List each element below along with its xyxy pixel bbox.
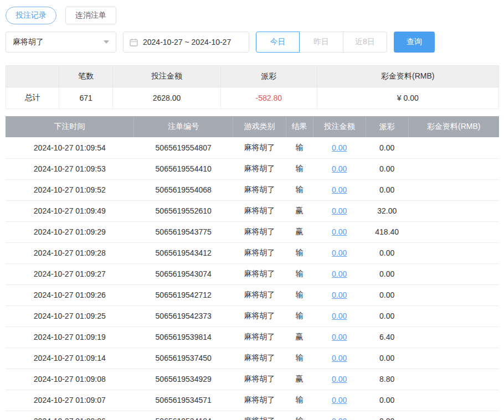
order-id-cell: 5065619543412 <box>134 242 233 263</box>
payout-cell: 0.00 <box>366 411 408 420</box>
bet-amount-cell: 0.00 <box>313 137 366 158</box>
summary-count: 671 <box>59 87 113 109</box>
game-type-cell: 麻将胡了 <box>233 348 286 369</box>
page: 投注记录 连消注单 麻将胡了 2024-10-27 ~ 2024-10-27 今… <box>0 0 504 420</box>
table-row: 2024-10-27 01:09:52 5065619554068 麻将胡了 输… <box>6 179 499 200</box>
result-cell: 赢 <box>286 369 313 390</box>
header-order-id: 注单编号 <box>134 116 233 137</box>
bet-amount-link[interactable]: 0.00 <box>332 291 347 299</box>
game-type-cell: 麻将胡了 <box>233 305 286 326</box>
payout-cell: 418.40 <box>366 221 408 242</box>
bet-amount-link[interactable]: 0.00 <box>332 417 347 420</box>
bet-records-table: 下注时间 注单编号 游戏类别 结果 投注金额 派彩 彩金资料(RMB) 2024… <box>6 116 499 420</box>
bet-amount-link[interactable]: 0.00 <box>332 333 347 341</box>
top-tabs: 投注记录 连消注单 <box>6 7 499 24</box>
jackpot-cell <box>408 348 499 369</box>
order-id-cell: 5065619539814 <box>134 326 233 348</box>
table-row: 2024-10-27 01:09:28 5065619543412 麻将胡了 输… <box>6 242 499 263</box>
bet-amount-link[interactable]: 0.00 <box>332 312 347 320</box>
order-id-cell: 5065619554807 <box>134 137 233 158</box>
game-type-cell: 麻将胡了 <box>233 158 286 179</box>
bet-time-cell: 2024-10-27 01:09:52 <box>6 179 134 200</box>
payout-cell: 32.00 <box>366 200 408 221</box>
table-row: 2024-10-27 01:09:19 5065619539814 麻将胡了 赢… <box>6 326 499 348</box>
bet-amount-link[interactable]: 0.00 <box>332 143 347 152</box>
bet-amount-link[interactable]: 0.00 <box>332 185 347 194</box>
bet-amount-cell: 0.00 <box>313 284 366 305</box>
order-id-cell: 5065619542373 <box>134 305 233 326</box>
result-cell: 输 <box>286 137 313 158</box>
bet-time-cell: 2024-10-27 01:09:19 <box>6 326 134 348</box>
jackpot-cell <box>408 369 499 390</box>
jackpot-cell <box>408 158 499 179</box>
bet-time-cell: 2024-10-27 01:09:26 <box>6 284 134 305</box>
bet-amount-cell: 0.00 <box>313 242 366 263</box>
payout-cell: 0.00 <box>366 263 408 284</box>
table-row: 2024-10-27 01:09:27 5065619543074 麻将胡了 输… <box>6 263 499 284</box>
quick-filter-last-8-days[interactable]: 近8日 <box>343 32 387 53</box>
bet-time-cell: 2024-10-27 01:09:54 <box>6 137 134 158</box>
jackpot-cell <box>408 137 499 158</box>
header-payout: 派彩 <box>366 116 408 137</box>
bet-amount-link[interactable]: 0.00 <box>332 375 347 383</box>
bet-amount-link[interactable]: 0.00 <box>332 248 347 257</box>
filter-bar: 麻将胡了 2024-10-27 ~ 2024-10-27 今日 昨日 近8日 查… <box>6 32 499 53</box>
jackpot-cell <box>408 200 499 221</box>
payout-cell: 0.00 <box>366 305 408 326</box>
result-cell: 输 <box>286 242 313 263</box>
summary-jackpot: ¥ 0.00 <box>317 87 498 109</box>
bet-amount-cell: 0.00 <box>313 263 366 284</box>
jackpot-cell <box>408 411 499 420</box>
bet-time-cell: 2024-10-27 01:09:07 <box>6 390 134 411</box>
jackpot-cell <box>408 305 499 326</box>
table-row: 2024-10-27 01:09:14 5065619537450 麻将胡了 输… <box>6 348 499 369</box>
result-cell: 输 <box>286 158 313 179</box>
bet-amount-cell: 0.00 <box>313 326 366 348</box>
bet-amount-cell: 0.00 <box>313 369 366 390</box>
header-jackpot: 彩金资料(RMB) <box>408 116 499 137</box>
bet-amount-link[interactable]: 0.00 <box>332 396 347 405</box>
result-cell: 输 <box>286 348 313 369</box>
header-bet-amount: 投注金额 <box>313 116 366 137</box>
bet-amount-cell: 0.00 <box>313 305 366 326</box>
bet-amount-cell: 0.00 <box>313 179 366 200</box>
bet-table-header-row: 下注时间 注单编号 游戏类别 结果 投注金额 派彩 彩金资料(RMB) <box>6 116 499 137</box>
game-type-cell: 麻将胡了 <box>233 263 286 284</box>
table-row: 2024-10-27 01:09:08 5065619534929 麻将胡了 赢… <box>6 369 499 390</box>
result-cell: 赢 <box>286 200 313 221</box>
quick-filter-yesterday[interactable]: 昨日 <box>300 32 343 53</box>
bet-time-cell: 2024-10-27 01:09:06 <box>6 411 134 420</box>
bet-amount-link[interactable]: 0.00 <box>332 206 347 215</box>
game-type-cell: 麻将胡了 <box>233 326 286 348</box>
result-cell: 输 <box>286 305 313 326</box>
summary-header-count: 笔数 <box>59 66 113 87</box>
tab-bet-records[interactable]: 投注记录 <box>6 7 56 24</box>
table-row: 2024-10-27 01:09:53 5065619554410 麻将胡了 输… <box>6 158 499 179</box>
bet-time-cell: 2024-10-27 01:09:27 <box>6 263 134 284</box>
bet-amount-link[interactable]: 0.00 <box>332 227 347 236</box>
bet-amount-link[interactable]: 0.00 <box>332 164 347 173</box>
bet-time-cell: 2024-10-27 01:09:08 <box>6 369 134 390</box>
bet-amount-link[interactable]: 0.00 <box>332 269 347 278</box>
result-cell: 输 <box>286 411 313 420</box>
quick-filter-today[interactable]: 今日 <box>256 32 300 53</box>
tab-cancelled-orders[interactable]: 连消注单 <box>65 7 116 24</box>
result-cell: 输 <box>286 284 313 305</box>
bet-time-cell: 2024-10-27 01:09:49 <box>6 200 134 221</box>
query-button[interactable]: 查询 <box>394 32 435 53</box>
game-select-value: 麻将胡了 <box>13 37 44 47</box>
summary-bet-amount: 2628.00 <box>113 87 221 109</box>
order-id-cell: 5065619543775 <box>134 221 233 242</box>
summary-header-payout: 派彩 <box>221 66 317 87</box>
order-id-cell: 5065619534184 <box>134 411 233 420</box>
payout-cell: 0.00 <box>366 179 408 200</box>
bet-amount-link[interactable]: 0.00 <box>332 354 347 362</box>
bet-time-cell: 2024-10-27 01:09:29 <box>6 221 134 242</box>
game-select[interactable]: 麻将胡了 <box>6 32 116 53</box>
date-range-input[interactable]: 2024-10-27 ~ 2024-10-27 <box>123 32 249 53</box>
payout-cell: 0.00 <box>366 390 408 411</box>
payout-cell: 0.00 <box>366 158 408 179</box>
jackpot-cell <box>408 284 499 305</box>
result-cell: 输 <box>286 179 313 200</box>
bet-amount-cell: 0.00 <box>313 348 366 369</box>
